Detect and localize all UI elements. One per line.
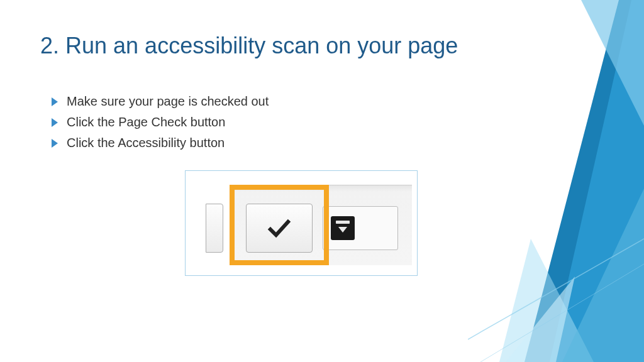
bullet-item: Click the Page Check button <box>52 115 604 129</box>
partial-button-left <box>206 204 223 253</box>
bullet-arrow-icon <box>52 118 58 127</box>
toolbar-screenshot <box>185 170 418 276</box>
bullet-text: Click the Page Check button <box>67 115 225 129</box>
bullet-item: Click the Accessibility button <box>52 136 604 150</box>
slide-title: 2. Run an accessibility scan on your pag… <box>40 33 604 59</box>
bullet-arrow-icon <box>52 139 58 148</box>
download-icon <box>331 216 355 240</box>
bullet-arrow-icon <box>52 97 58 106</box>
bullet-item: Make sure your page is checked out <box>52 94 604 109</box>
toolbar-button-group <box>323 206 398 250</box>
bullet-text: Click the Accessibility button <box>67 136 225 150</box>
highlight-annotation <box>230 185 329 265</box>
bullet-list: Make sure your page is checked out Click… <box>40 94 604 150</box>
bullet-text: Make sure your page is checked out <box>67 94 269 109</box>
